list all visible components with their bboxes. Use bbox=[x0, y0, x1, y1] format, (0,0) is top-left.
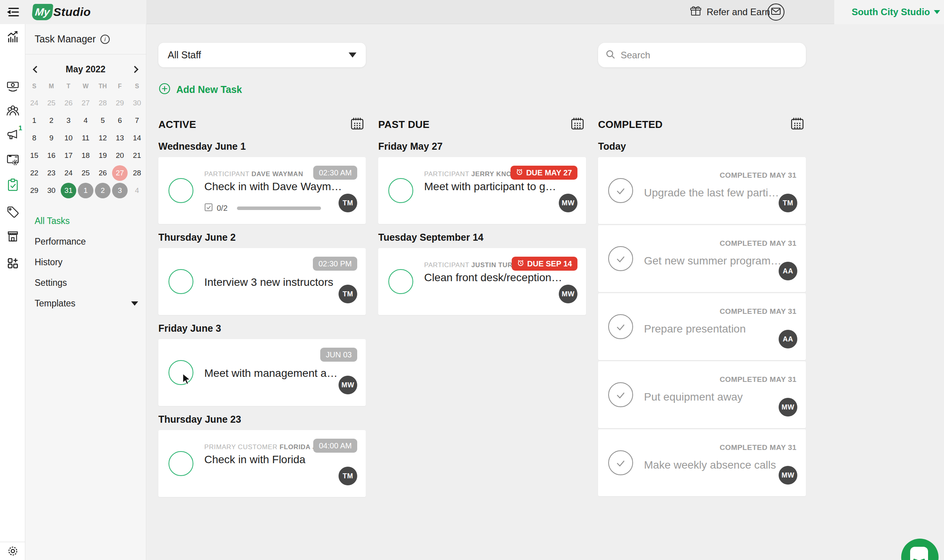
task-complete-circle[interactable] bbox=[168, 178, 193, 203]
task-complete-circle[interactable] bbox=[388, 178, 413, 203]
calendar-day[interactable]: 25 bbox=[43, 94, 60, 112]
calendar-day[interactable]: 3 bbox=[60, 112, 77, 129]
calendar-day[interactable]: 25 bbox=[77, 164, 94, 182]
calendar-day[interactable]: 6 bbox=[111, 112, 128, 129]
task-complete-circle[interactable] bbox=[388, 269, 413, 294]
avatar[interactable]: MW bbox=[339, 376, 357, 394]
sidebar-item-templates[interactable]: Templates bbox=[35, 296, 138, 310]
completed-task-card[interactable]: COMPLETED MAY 31 Put equipment away MW bbox=[598, 361, 806, 428]
calendar-day[interactable]: 21 bbox=[128, 147, 146, 164]
calendar-day[interactable]: 22 bbox=[26, 164, 43, 182]
calendar-day[interactable]: 4 bbox=[128, 182, 146, 199]
calendar-prev-icon[interactable] bbox=[33, 66, 40, 73]
sidebar-item-history[interactable]: History bbox=[35, 255, 138, 269]
calendar-day[interactable]: 28 bbox=[94, 94, 111, 112]
studio-switcher[interactable]: South City Studio bbox=[852, 7, 940, 18]
calendar-day[interactable]: 2 bbox=[94, 182, 111, 199]
calendar-day[interactable]: 16 bbox=[43, 147, 60, 164]
task-title[interactable]: Clean front desk/reception… bbox=[424, 271, 562, 284]
tags-icon[interactable] bbox=[0, 205, 25, 219]
calendar-day[interactable]: 14 bbox=[128, 129, 146, 147]
task-title[interactable]: Check in with Florida bbox=[204, 453, 305, 466]
mystudio-logo[interactable]: My Studio bbox=[32, 4, 91, 20]
task-title[interactable]: Check in with Dave Waym… bbox=[204, 180, 342, 193]
avatar[interactable]: MW bbox=[559, 194, 577, 212]
completed-task-card[interactable]: COMPLETED MAY 31 Make weekly absence cal… bbox=[598, 429, 806, 496]
task-card[interactable]: Interview 3 new instructors 02:30 PM TM bbox=[158, 248, 366, 315]
avatar[interactable]: MW bbox=[779, 466, 797, 485]
sidebar-item-performance[interactable]: Performance bbox=[35, 234, 138, 248]
task-title[interactable]: Prepare presentation bbox=[644, 323, 746, 335]
task-title[interactable]: Get new summer program… bbox=[644, 255, 781, 267]
calendar-day[interactable]: 29 bbox=[26, 182, 43, 199]
task-card[interactable]: PRIMARY CUSTOMER FLORIDA JO… Check in wi… bbox=[158, 430, 366, 497]
calendar-day[interactable]: 3 bbox=[111, 182, 128, 199]
calendar-next-icon[interactable] bbox=[131, 66, 138, 73]
sidebar-item-settings[interactable]: Settings bbox=[35, 276, 138, 290]
marketing-icon[interactable]: 1 bbox=[0, 128, 25, 142]
avatar[interactable]: TM bbox=[779, 194, 797, 212]
task-title[interactable]: Put equipment away bbox=[644, 391, 743, 403]
task-complete-circle[interactable] bbox=[608, 382, 633, 407]
avatar[interactable]: TM bbox=[339, 194, 357, 212]
calendar-day[interactable]: 27 bbox=[111, 164, 128, 182]
staff-filter-select[interactable]: All Staff bbox=[158, 43, 366, 67]
calendar-day[interactable]: 28 bbox=[128, 164, 146, 182]
tasks-icon[interactable] bbox=[0, 178, 25, 192]
calendar-day[interactable]: 4 bbox=[77, 112, 94, 129]
calendar-day[interactable]: 5 bbox=[94, 112, 111, 129]
task-card[interactable]: PARTICIPANT DAVE WAYMAN Check in with Da… bbox=[158, 157, 366, 224]
task-complete-circle[interactable] bbox=[608, 314, 633, 339]
task-title[interactable]: Meet with management a… bbox=[204, 367, 337, 380]
website-settings-icon[interactable] bbox=[0, 153, 25, 166]
calendar-day[interactable]: 19 bbox=[94, 147, 111, 164]
task-title[interactable]: Interview 3 new instructors bbox=[204, 276, 333, 289]
completed-task-card[interactable]: COMPLETED MAY 31 Get new summer program…… bbox=[598, 225, 806, 292]
task-card[interactable]: PARTICIPANT JERRY KNOWLES Meet with part… bbox=[378, 157, 586, 224]
task-title[interactable]: Make weekly absence calls bbox=[644, 459, 776, 471]
avatar[interactable]: MW bbox=[779, 398, 797, 416]
calendar-day[interactable]: 10 bbox=[60, 129, 77, 147]
task-title[interactable]: Meet with participant to g… bbox=[424, 180, 556, 193]
members-icon[interactable] bbox=[0, 104, 25, 117]
task-complete-circle[interactable] bbox=[608, 178, 633, 203]
completed-task-card[interactable]: COMPLETED MAY 31 Upgrade the last few pa… bbox=[598, 157, 806, 224]
payouts-icon[interactable] bbox=[0, 79, 25, 93]
avatar[interactable]: AA bbox=[779, 330, 797, 348]
calendar-day[interactable]: 30 bbox=[43, 182, 60, 199]
calendar-day[interactable]: 11 bbox=[77, 129, 94, 147]
calendar-day[interactable]: 20 bbox=[111, 147, 128, 164]
collapse-sidebar-icon[interactable] bbox=[0, 6, 25, 18]
avatar[interactable]: MW bbox=[559, 285, 577, 303]
avatar[interactable]: TM bbox=[339, 467, 357, 485]
task-complete-circle[interactable] bbox=[608, 450, 633, 475]
completed-task-card[interactable]: COMPLETED MAY 31 Prepare presentation AA bbox=[598, 293, 806, 360]
calendar-day[interactable]: 26 bbox=[94, 164, 111, 182]
calendar-day[interactable]: 29 bbox=[111, 94, 128, 112]
calendar-day[interactable]: 13 bbox=[111, 129, 128, 147]
calendar-day[interactable]: 27 bbox=[77, 94, 94, 112]
avatar[interactable]: TM bbox=[339, 285, 357, 303]
calendar-day[interactable]: 8 bbox=[26, 129, 43, 147]
calendar-day[interactable]: 1 bbox=[26, 112, 43, 129]
settings-gear-icon[interactable] bbox=[6, 544, 19, 559]
calendar-day[interactable]: 7 bbox=[128, 112, 146, 129]
task-complete-circle[interactable] bbox=[168, 451, 193, 476]
calendar-view-icon[interactable] bbox=[790, 117, 804, 132]
calendar-view-icon[interactable] bbox=[570, 117, 584, 132]
task-card[interactable]: PARTICIPANT JUSTIN TURNER Clean front de… bbox=[378, 248, 586, 315]
calendar-day[interactable]: 2 bbox=[43, 112, 60, 129]
calendar-day[interactable]: 1 bbox=[77, 182, 94, 199]
task-title[interactable]: Upgrade the last few parti… bbox=[644, 187, 779, 199]
search-input[interactable] bbox=[621, 50, 784, 61]
calendar-day[interactable]: 17 bbox=[60, 147, 77, 164]
calendar-day[interactable]: 15 bbox=[26, 147, 43, 164]
task-complete-circle[interactable] bbox=[608, 246, 633, 271]
store-icon[interactable] bbox=[0, 230, 25, 243]
calendar-view-icon[interactable] bbox=[350, 117, 364, 132]
refer-and-earn-button[interactable]: Refer and Earn bbox=[690, 0, 770, 24]
task-complete-circle[interactable] bbox=[168, 269, 193, 294]
analytics-icon[interactable] bbox=[0, 30, 25, 44]
calendar-day[interactable]: 23 bbox=[43, 164, 60, 182]
calendar-day[interactable]: 30 bbox=[128, 94, 146, 112]
